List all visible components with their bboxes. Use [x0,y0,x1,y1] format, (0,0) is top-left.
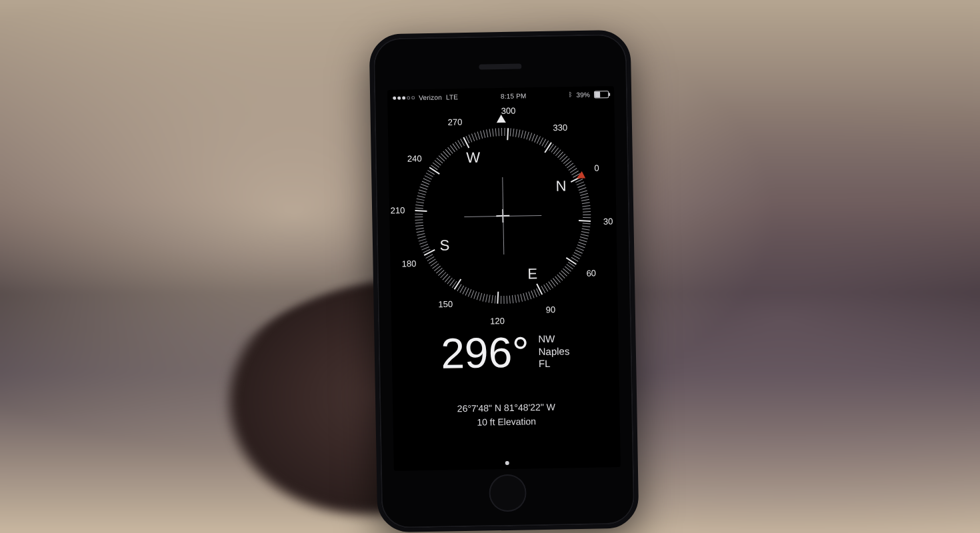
elevation: 10 ft Elevation [393,413,620,431]
north-marker-icon [575,171,585,182]
degree-label: 210 [391,205,405,215]
clock: 8:15 PM [501,92,527,100]
location-region: FL [539,358,570,371]
signal-strength-icon [393,96,415,100]
network-label: LTE [446,93,458,101]
earpiece [479,63,521,69]
degree-label: 120 [490,316,505,326]
degree-label: 270 [448,117,463,127]
photo-background: Verizon LTE 8:15 PM ᛒ 39% 03060901201501… [0,0,980,533]
cardinal-s: S [439,237,449,254]
degree-label: 30 [603,217,613,227]
degree-label: 150 [438,299,453,309]
degree-label: 330 [553,123,567,133]
degree-label: 300 [501,106,516,116]
location-city: Naples [539,345,570,358]
home-button[interactable] [489,474,527,512]
heading-cardinal: NW [538,332,569,346]
battery-icon [594,91,609,98]
cardinal-n: N [555,177,566,195]
heading-degrees: 296° [441,327,530,378]
iphone-device: Verizon LTE 8:15 PM ᛒ 39% 03060901201501… [369,30,639,533]
degree-label: 240 [407,153,422,163]
battery-percent: 39% [576,91,590,98]
coordinates-block: 26°7'48" N 81°48'22" W 10 ft Elevation [393,399,620,431]
heading-readout: 296° NW Naples FL [391,326,619,379]
status-bar: Verizon LTE 8:15 PM ᛒ 39% [387,86,614,106]
degree-label: 180 [402,259,417,268]
compass-dial[interactable]: 0306090120150180210240270300330NESW [401,114,605,317]
page-indicator-dot[interactable] [505,461,509,465]
cardinal-w: W [466,149,480,167]
cardinal-e: E [527,265,537,282]
degree-label: 0 [594,163,599,173]
compass-app-screen[interactable]: Verizon LTE 8:15 PM ᛒ 39% 03060901201501… [387,86,621,471]
bluetooth-icon: ᛒ [569,91,572,98]
degree-label: 90 [546,304,556,314]
degree-label: 60 [586,268,596,278]
carrier-label: Verizon [419,93,442,101]
